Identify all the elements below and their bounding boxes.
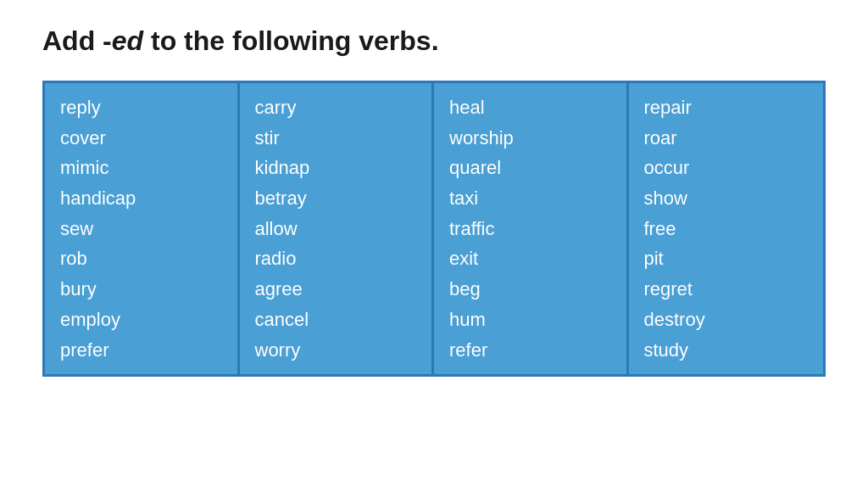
verb-word: traffic <box>449 216 611 242</box>
verb-table: replycovermimichandicapsewrobburyemployp… <box>42 81 826 377</box>
verb-word: study <box>644 338 809 363</box>
verb-column-1: replycovermimichandicapsewrobburyemployp… <box>45 83 240 374</box>
verb-word: exit <box>449 246 611 271</box>
verb-word: rob <box>60 246 222 271</box>
verb-word: heal <box>449 95 611 120</box>
title-italic: ed <box>112 25 143 56</box>
verb-word: cancel <box>255 307 417 333</box>
verb-word: handicap <box>60 186 222 211</box>
verb-column-2: carrystirkidnapbetrayallowradioagreecanc… <box>240 83 435 374</box>
verb-word: beg <box>449 277 611 302</box>
verb-word: refer <box>449 338 611 363</box>
verb-word: mimic <box>60 155 222 181</box>
page-title: Add -ed to the following verbs. <box>42 25 826 57</box>
verb-word: employ <box>60 307 222 333</box>
title-prefix: Add - <box>42 25 112 56</box>
verb-word: betray <box>255 186 417 211</box>
verb-word: kidnap <box>255 155 417 181</box>
verb-word: stir <box>255 126 417 151</box>
verb-word: worry <box>255 338 417 363</box>
verb-column-3: healworshipquareltaxitrafficexitbeghumre… <box>434 83 629 374</box>
verb-word: occur <box>644 155 809 181</box>
verb-word: cover <box>60 126 222 151</box>
verb-word: repair <box>644 95 809 120</box>
verb-word: bury <box>60 277 222 302</box>
verb-word: pit <box>644 246 809 271</box>
verb-word: hum <box>449 307 611 333</box>
verb-word: free <box>644 216 809 242</box>
verb-word: allow <box>255 216 417 242</box>
verb-word: reply <box>60 95 222 120</box>
verb-word: worship <box>449 126 611 151</box>
verb-word: quarel <box>449 155 611 181</box>
verb-word: destroy <box>644 307 809 333</box>
verb-column-4: repairroaroccurshowfreepitregretdestroys… <box>629 83 824 374</box>
verb-word: taxi <box>449 186 611 211</box>
verb-word: carry <box>255 95 417 120</box>
verb-word: agree <box>255 277 417 302</box>
verb-word: radio <box>255 246 417 271</box>
verb-word: roar <box>644 126 809 151</box>
title-suffix: to the following verbs. <box>143 25 438 56</box>
verb-word: show <box>644 186 809 211</box>
verb-word: sew <box>60 216 222 242</box>
verb-word: regret <box>644 277 809 302</box>
verb-word: prefer <box>60 338 222 363</box>
